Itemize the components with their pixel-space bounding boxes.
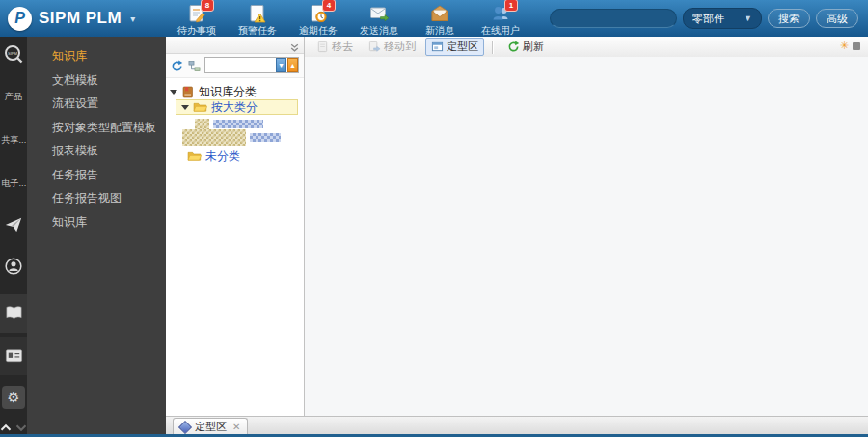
send-message-icon <box>368 3 390 24</box>
nav-item-new-message[interactable]: 新消息 <box>415 1 465 36</box>
tree-node-label: 未分类 <box>205 149 240 165</box>
refresh-button-label: 刷新 <box>523 40 544 54</box>
search-button[interactable]: 搜索 <box>768 9 810 28</box>
close-icon[interactable]: ✕ <box>232 422 240 432</box>
nav-item-label: 在线用户 <box>481 24 520 38</box>
sidebar-item-3[interactable]: 按对象类型配置模板 <box>27 116 166 140</box>
pinned-area-label: 定型区 <box>447 40 478 54</box>
rail-label: 产品 <box>5 91 22 103</box>
tree-node-redacted[interactable] <box>182 128 281 146</box>
tree-node-selected[interactable]: 按大类分 <box>176 99 298 115</box>
knowledge-base-icon <box>181 85 195 98</box>
notification-badge: 4 <box>322 0 336 12</box>
sidebar-item-5[interactable]: 任务报告 <box>27 163 166 187</box>
open-folder-icon <box>187 150 202 162</box>
topbar-nav: 8待办事项预警任务4逾期任务发送消息新消息1在线用户 <box>172 1 536 36</box>
tree-node-root[interactable]: 知识库分类 <box>170 84 257 99</box>
rail-item-electronic[interactable]: 电子... <box>0 177 27 190</box>
rail-item-send[interactable] <box>0 215 27 234</box>
nav-item-label: 预警任务 <box>238 24 277 38</box>
move-to-button-label: 移动到 <box>384 40 416 54</box>
open-folder-icon <box>193 101 207 113</box>
left-icon-rail: SIPM 产品 共享... 电子... <box>0 37 27 434</box>
sidebar-item-4[interactable]: 报表模板 <box>27 139 166 163</box>
chevron-down-icon <box>15 423 27 432</box>
rail-item-product[interactable]: 产品 <box>0 90 27 103</box>
svg-text:SIPM: SIPM <box>8 51 18 56</box>
nav-item-label: 逾期任务 <box>299 24 338 38</box>
remove-button[interactable]: 移去 <box>311 38 359 56</box>
tree-refresh-icon[interactable] <box>171 59 183 76</box>
rail-item-library[interactable] <box>0 303 27 323</box>
sidebar-item-0[interactable]: 知识库 <box>27 44 166 68</box>
move-document-icon <box>368 41 381 53</box>
chevron-down-icon[interactable]: ▾ <box>130 14 135 24</box>
search-category-dropdown[interactable]: 零部件 ▼ <box>683 8 762 29</box>
refresh-button[interactable]: 刷新 <box>502 38 550 56</box>
paper-plane-icon <box>4 215 23 234</box>
rail-label: 共享... <box>1 134 26 147</box>
warning-tasks-icon <box>247 3 268 24</box>
grip-icon <box>853 42 860 50</box>
nav-item-online-users[interactable]: 1在线用户 <box>475 1 526 36</box>
new-message-icon <box>429 3 450 24</box>
topbar-search-area: 零部件 ▼ 搜索 高级 <box>550 8 858 29</box>
rail-item-card[interactable] <box>0 345 27 366</box>
move-to-button[interactable]: 移动到 <box>363 38 421 56</box>
tree-panel: ▼ ▲ 知识库分类 按大类分 <box>166 37 305 416</box>
nav-item-warning-tasks[interactable]: 预警任务 <box>232 1 283 36</box>
nav-item-send-message[interactable]: 发送消息 <box>354 1 404 36</box>
nav-item-overdue-tasks[interactable]: 4逾期任务 <box>293 1 343 36</box>
tree-node-unclassified[interactable]: 未分类 <box>187 149 240 164</box>
rail-label: 电子... <box>1 178 26 190</box>
sidebar: 知识库文档模板流程设置按对象类型配置模板报表模板任务报告任务报告视图知识库 <box>27 37 166 434</box>
sidebar-item-2[interactable]: 流程设置 <box>27 92 166 116</box>
refresh-icon <box>507 41 520 53</box>
search-input[interactable] <box>550 9 677 28</box>
redacted-label <box>213 120 263 128</box>
advanced-search-button[interactable]: 高级 <box>816 9 858 28</box>
sidebar-item-6[interactable]: 任务报告视图 <box>27 186 166 210</box>
online-users-icon: 1 <box>490 3 511 24</box>
tree-expand-caret-icon[interactable] <box>170 90 177 95</box>
tree-filter-up-button[interactable]: ▲ <box>287 58 298 72</box>
app-window: P SIPM PLM ▾ 8待办事项预警任务4逾期任务发送消息新消息1在线用户 … <box>0 0 868 437</box>
main-toolbar: 移去 移动到 定型区 <box>305 37 868 58</box>
tree-structure-icon[interactable] <box>188 59 201 76</box>
rail-item-share[interactable]: 共享... <box>0 133 27 147</box>
app-logo-menu[interactable]: P SIPM PLM ▾ <box>8 5 135 32</box>
sipm-search-icon[interactable]: SIPM <box>0 44 27 66</box>
rail-item-settings[interactable]: ⚙ <box>2 386 25 409</box>
sparkle-icon: ✳ <box>840 40 849 52</box>
toolbar-separator <box>492 41 494 54</box>
notification-badge: 1 <box>504 0 518 12</box>
id-card-icon <box>4 345 24 366</box>
sidebar-item-7[interactable]: 知识库 <box>27 210 166 234</box>
pinned-area-tab[interactable]: 定型区 ✕ <box>173 418 248 435</box>
sidebar-item-1[interactable]: 文档模板 <box>27 68 166 93</box>
nav-item-label: 发送消息 <box>360 24 398 38</box>
sipm-logo-icon: P <box>8 7 32 31</box>
rail-item-support[interactable] <box>0 257 27 276</box>
gear-icon: ⚙ <box>7 389 19 406</box>
notification-badge: 8 <box>201 0 214 12</box>
tree-expand-caret-icon[interactable] <box>181 105 189 110</box>
search-category-value: 零部件 <box>692 12 724 26</box>
pinned-area-toggle-button[interactable]: 定型区 <box>425 38 484 56</box>
nav-item-label: 新消息 <box>425 24 454 38</box>
todo-tasks-icon: 8 <box>186 3 207 24</box>
redacted-label <box>250 133 281 142</box>
nav-item-label: 待办事项 <box>177 24 216 38</box>
pinned-area-tab-label: 定型区 <box>195 420 227 434</box>
bottom-tabbar: 定型区 ✕ <box>166 416 868 434</box>
magnifier-logo-icon: SIPM <box>3 44 24 66</box>
toolbar-options[interactable]: ✳ <box>840 40 860 52</box>
open-book-icon <box>4 303 24 323</box>
nav-item-todo-tasks[interactable]: 8待办事项 <box>172 1 222 36</box>
chevron-down-icon: ▼ <box>744 14 752 23</box>
app-title: SIPM PLM <box>39 9 122 28</box>
tree-filter-down-button[interactable]: ▼ <box>276 58 286 72</box>
tree-node-label: 按大类分 <box>211 99 258 116</box>
pinned-window-icon <box>431 41 444 53</box>
topbar: P SIPM PLM ▾ 8待办事项预警任务4逾期任务发送消息新消息1在线用户 … <box>0 0 868 37</box>
